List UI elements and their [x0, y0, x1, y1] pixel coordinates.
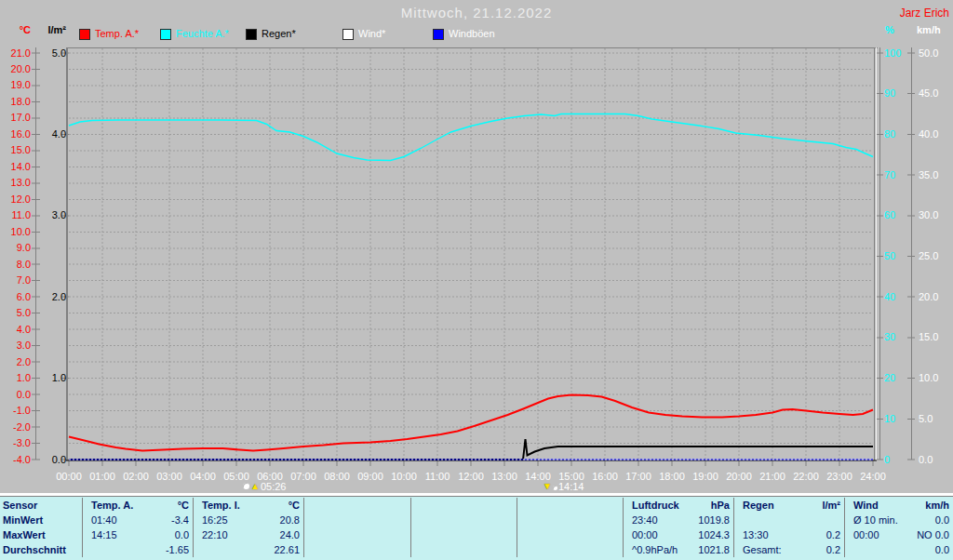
plot-area[interactable]: [69, 53, 873, 460]
time-axis-label: 01:00: [86, 471, 119, 483]
rain-axis-tick: 1.0: [35, 372, 66, 384]
stat-max-cell: [303, 527, 410, 542]
time-axis-label: 19:00: [689, 471, 722, 483]
temp-axis-tick: 12.0: [0, 193, 31, 206]
temp-axis-tick: 2.0: [0, 356, 31, 368]
wind-axis-tick: 35.0: [919, 169, 950, 181]
wind-axis-tick: 5.0: [919, 413, 950, 425]
stat-row-label: Sensor: [0, 498, 82, 513]
time-axis-label: 00:00: [52, 471, 86, 483]
time-axis-label: 13:00: [488, 471, 521, 483]
temp-axis-tick: 16.0: [0, 128, 31, 140]
stat-avg-cell: [410, 542, 517, 557]
wind-axis-tick: 50.0: [919, 47, 950, 60]
temp-axis-tick: 1.0: [0, 372, 31, 384]
stat-min-cell: Ø 10 min.0.0: [844, 513, 953, 527]
temp-axis-tick: -4.0: [0, 454, 31, 466]
stat-max-cell: 13:300.2: [733, 527, 844, 542]
stat-column-header: Temp. A.°C: [82, 498, 193, 513]
humidity-axis-tick: 0: [884, 454, 912, 466]
time-axis-label: 02:00: [119, 471, 153, 483]
time-axis-label: 17:00: [622, 471, 655, 483]
stat-column-header: [303, 498, 410, 513]
temp-axis-tick: 11.0: [0, 209, 31, 221]
time-axis-label: 24:00: [856, 471, 890, 483]
temp-axis-tick: 19.0: [0, 79, 31, 91]
stat-avg-cell: [517, 542, 623, 557]
moon-icon: [553, 486, 557, 490]
stat-min-cell: 23:401019.8: [623, 513, 733, 527]
stat-min-cell: 16:2520.8: [193, 513, 303, 527]
humidity-axis-tick: 90: [884, 87, 912, 100]
humidity-axis-tick: 50: [884, 250, 912, 262]
wind-axis-tick: 10.0: [919, 372, 950, 384]
stat-max-cell: 14:150.0: [82, 527, 193, 542]
stat-min-cell: 01:40-3.4: [82, 513, 193, 527]
stat-column-header: LuftdruckhPa: [623, 498, 733, 513]
stat-column-header: Temp. I.°C: [193, 498, 303, 513]
time-axis-label: 07:00: [287, 471, 320, 483]
stat-column-header: [517, 498, 623, 513]
stat-row-label: Durchschnitt: [0, 542, 82, 557]
temp-axis-tick: 5.0: [0, 307, 31, 319]
rise-arrow-icon: [250, 480, 260, 492]
temp-axis-tick: 4.0: [0, 324, 31, 336]
stat-max-cell: 00:00NO 0.0: [844, 527, 953, 542]
time-axis-label: 21:00: [756, 471, 789, 483]
time-axis-label: 22:00: [789, 471, 823, 483]
stat-min-cell: [517, 513, 623, 527]
wind-axis-tick: 40.0: [919, 128, 950, 140]
moonset-time: 14:14: [558, 480, 584, 493]
stat-max-cell: 00:001024.3: [623, 527, 733, 542]
temp-axis-tick: 7.0: [0, 274, 31, 287]
rain-axis-tick: 3.0: [35, 209, 66, 221]
humidity-axis-tick: 80: [884, 128, 912, 140]
moon-icon: [243, 483, 249, 489]
stat-max-cell: 22:1024.0: [193, 527, 303, 542]
temp-axis-tick: 21.0: [0, 47, 31, 60]
temp-axis-tick: -3.0: [0, 437, 31, 449]
rain-axis-tick: 2.0: [35, 291, 66, 303]
temp-axis-tick: 13.0: [0, 177, 31, 189]
stat-avg-cell: 22.61: [193, 542, 303, 557]
moonrise-time: 05:26: [261, 480, 287, 493]
humidity-axis-tick: 20: [884, 372, 912, 384]
temp-axis-tick: 18.0: [0, 96, 31, 108]
time-axis-label: 20:00: [722, 471, 756, 483]
stat-avg-cell: ^0.9hPa/h1021.8: [623, 542, 733, 557]
stat-avg-cell: [303, 542, 410, 557]
stat-min-cell: [733, 513, 844, 527]
moonset-marker: 14:14: [543, 480, 584, 493]
time-axis-label: 12:00: [454, 471, 488, 483]
humidity-axis-tick: 10: [884, 413, 912, 425]
stat-max-cell: [410, 527, 517, 542]
humidity-axis-tick: 60: [884, 209, 912, 221]
wind-axis-tick: 15.0: [919, 331, 950, 343]
temp-axis-tick: -2.0: [0, 421, 31, 433]
time-axis-label: 18:00: [655, 471, 689, 483]
temp-axis-tick: 9.0: [0, 242, 31, 254]
temp-axis-tick: 6.0: [0, 291, 31, 303]
rain-axis-tick: 5.0: [35, 47, 66, 60]
temp-axis-tick: 14.0: [0, 161, 31, 173]
stat-column-header: Windkm/h: [844, 498, 953, 513]
set-arrow-icon: [543, 480, 552, 492]
wind-axis-tick: 45.0: [919, 87, 950, 100]
temp-axis-tick: 0.0: [0, 389, 31, 401]
wind-axis-tick: 0.0: [919, 454, 950, 466]
stat-max-cell: [517, 527, 623, 542]
humidity-axis-tick: 70: [884, 169, 912, 181]
temp-axis-tick: 20.0: [0, 63, 31, 75]
temp-axis-tick: -1.0: [0, 405, 31, 417]
stat-row-label: MaxWert: [0, 527, 82, 542]
time-axis-label: 16:00: [588, 471, 622, 483]
stat-column-header: [410, 498, 517, 513]
wind-axis-tick: 25.0: [919, 250, 950, 262]
stat-avg-cell: -1.65: [82, 542, 193, 557]
humidity-axis-tick: 100: [884, 47, 912, 60]
stat-min-cell: [303, 513, 410, 527]
moonrise-marker: 05:26: [243, 480, 286, 493]
temp-axis-tick: 15.0: [0, 144, 31, 156]
wind-axis-tick: 30.0: [919, 209, 950, 221]
time-axis-label: 10:00: [387, 471, 421, 483]
